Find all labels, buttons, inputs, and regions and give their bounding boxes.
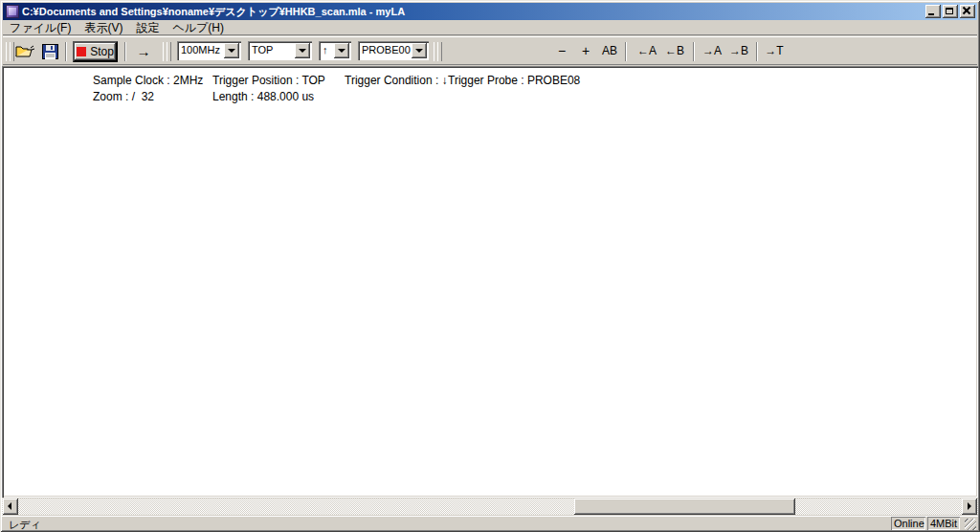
close-icon <box>963 7 970 14</box>
close-button[interactable] <box>960 5 975 18</box>
status-online-badge: Online <box>891 517 925 530</box>
dropdown-arrow-icon[interactable] <box>295 43 310 58</box>
save-floppy-icon <box>42 44 58 59</box>
status-ready-text: レディ <box>9 518 41 532</box>
toolbar-separator <box>65 42 67 61</box>
toolbar: Stop → 100MHz TOP ↑ PROBE00 − + AB ←A ←B <box>3 36 977 65</box>
menu-file[interactable]: ファイル(F) <box>3 20 78 35</box>
scrollbar-thumb[interactable] <box>574 499 795 515</box>
right-arrow-icon <box>968 502 971 510</box>
menu-help[interactable]: ヘルプ(H) <box>166 20 231 35</box>
open-file-button[interactable] <box>13 41 36 62</box>
window-title: C:¥Documents and Settings¥noname¥デスクトップ¥… <box>22 5 922 19</box>
minimize-icon <box>928 13 934 15</box>
app-window: C:¥Documents and Settings¥noname¥デスクトップ¥… <box>0 0 980 532</box>
stop-button[interactable]: Stop <box>73 41 118 62</box>
app-icon <box>6 5 19 18</box>
length-info: Length : 488.000 us <box>212 90 314 103</box>
dropdown-arrow-icon[interactable] <box>334 43 349 58</box>
maximize-icon <box>946 8 953 14</box>
trigger-condition-info: Trigger Condition : ↓ <box>345 74 448 87</box>
trigger-position-select[interactable]: TOP <box>248 41 312 60</box>
toolbar-separator <box>693 42 695 61</box>
goto-marker-b-left-button[interactable]: ←B <box>662 42 687 61</box>
trigger-probe-info: Trigger Probe : PROBE08 <box>448 74 580 87</box>
horizontal-scrollbar[interactable] <box>2 499 978 515</box>
trigger-position-info: Trigger Position : TOP <box>212 74 325 87</box>
probe-select[interactable]: PROBE00 <box>358 41 429 60</box>
toolbar-grip[interactable] <box>163 42 169 61</box>
menu-settings[interactable]: 設定 <box>129 20 166 35</box>
toolbar-separator <box>756 42 758 61</box>
zoom-in-button[interactable]: + <box>576 42 595 61</box>
toolbar-separator <box>625 42 627 61</box>
menu-view[interactable]: 表示(V) <box>78 20 129 35</box>
status-bar: レディ Online 4MBit <box>2 516 978 530</box>
toolbar-grip[interactable] <box>6 42 12 61</box>
toolbar-grip[interactable] <box>434 42 440 61</box>
maximize-button[interactable] <box>943 5 958 18</box>
scroll-left-button[interactable] <box>3 499 18 515</box>
sample-clock-info: Sample Clock : 2MHz <box>93 74 203 87</box>
left-arrow-icon <box>8 502 11 510</box>
trigger-edge-select[interactable]: ↑ <box>319 41 351 60</box>
goto-marker-b-right-button[interactable]: →B <box>726 42 751 61</box>
window-controls <box>925 5 975 18</box>
dropdown-arrow-icon[interactable] <box>224 43 239 58</box>
waveform-client-area <box>2 66 978 498</box>
status-memory-badge: 4MBit <box>927 517 960 530</box>
goto-marker-a-right-button[interactable]: →A <box>700 42 724 61</box>
zoom-info: Zoom : / 32 <box>93 90 154 103</box>
title-bar[interactable]: C:¥Documents and Settings¥noname¥デスクトップ¥… <box>3 3 977 20</box>
zoom-out-button[interactable]: − <box>552 42 571 61</box>
goto-trigger-button[interactable]: →T <box>762 42 787 61</box>
resize-grip[interactable] <box>965 519 976 530</box>
stop-icon <box>77 47 86 56</box>
dropdown-arrow-icon[interactable] <box>412 43 427 58</box>
toolbar-separator <box>124 42 126 61</box>
scroll-right-button[interactable] <box>962 499 977 515</box>
goto-marker-a-left-button[interactable]: ←A <box>635 42 659 61</box>
menu-bar: ファイル(F) 表示(V) 設定 ヘルプ(H) <box>3 20 977 35</box>
save-button[interactable] <box>38 41 61 62</box>
open-folder-icon <box>15 44 34 59</box>
minimize-button[interactable] <box>925 5 941 18</box>
run-button[interactable]: → <box>130 42 157 61</box>
ab-button[interactable]: AB <box>599 42 620 61</box>
sample-clock-select[interactable]: 100MHz <box>177 41 241 60</box>
